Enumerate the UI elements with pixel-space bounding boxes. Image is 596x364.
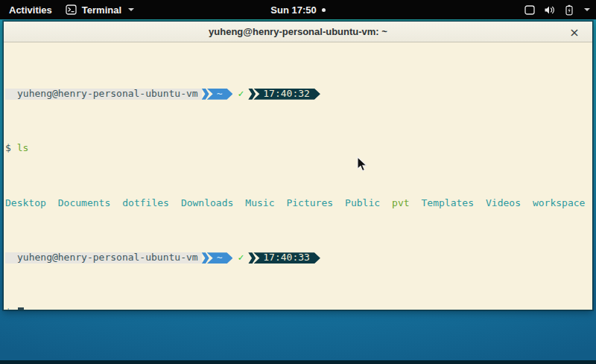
dir-item: Desktop bbox=[5, 198, 46, 209]
prompt-dollar: $ bbox=[5, 307, 11, 310]
clock-label[interactable]: Sun 17:50 bbox=[270, 4, 316, 16]
dir-item: Music bbox=[245, 198, 274, 209]
prompt-path-badge: ~ bbox=[207, 252, 233, 264]
dir-item: Templates bbox=[422, 198, 474, 209]
dir-item: Public bbox=[345, 198, 380, 209]
status-ok-icon: ✓ bbox=[232, 89, 248, 100]
text-cursor bbox=[18, 307, 24, 310]
ls-output-line: DesktopDocumentsdotfilesDownloadsMusicPi… bbox=[5, 198, 592, 209]
input-line[interactable]: $ bbox=[5, 307, 592, 310]
desktop-background: yuheng@henry-personal-ubuntu-vm: ~ × yuh… bbox=[0, 19, 596, 364]
prompt-line: yuheng@henry-personal-ubuntu-vm ~ ✓ 17:4… bbox=[5, 89, 592, 100]
dir-item: dotfiles bbox=[122, 198, 169, 209]
prompt-line: yuheng@henry-personal-ubuntu-vm ~ ✓ 17:4… bbox=[5, 252, 592, 264]
command-text: ls bbox=[17, 143, 29, 154]
close-icon[interactable]: × bbox=[567, 22, 582, 42]
terminal-content[interactable]: yuheng@henry-personal-ubuntu-vm ~ ✓ 17:4… bbox=[4, 42, 592, 310]
powerline-chevron-icon bbox=[248, 89, 256, 100]
app-menu-terminal[interactable]: Terminal bbox=[66, 4, 134, 16]
prompt-time-badge: 17:40:32 bbox=[253, 89, 320, 100]
command-line: $ ls bbox=[5, 143, 592, 154]
terminal-app-icon bbox=[66, 4, 77, 15]
window-titlebar[interactable]: yuheng@henry-personal-ubuntu-vm: ~ × bbox=[4, 22, 592, 42]
prompt-user-host: yuheng@henry-personal-ubuntu-vm bbox=[5, 252, 202, 264]
chevron-down-icon bbox=[584, 8, 590, 11]
dir-item: Documents bbox=[58, 198, 110, 209]
chevron-down-icon bbox=[128, 8, 134, 11]
terminal-window[interactable]: yuheng@henry-personal-ubuntu-vm: ~ × yuh… bbox=[3, 21, 593, 310]
app-menu-label: Terminal bbox=[82, 4, 121, 16]
dir-item: Videos bbox=[486, 198, 521, 209]
prompt-time-badge: 17:40:33 bbox=[253, 252, 320, 264]
powerline-chevron-icon bbox=[202, 252, 209, 264]
activities-button[interactable]: Activities bbox=[9, 4, 52, 16]
gnome-top-bar: Activities Terminal Sun 17:50 bbox=[0, 0, 596, 19]
volume-icon bbox=[544, 5, 556, 15]
dir-item: workspace bbox=[533, 198, 585, 209]
window-title: yuheng@henry-personal-ubuntu-vm: ~ bbox=[209, 26, 387, 37]
prompt-path-badge: ~ bbox=[207, 89, 233, 100]
desktop-screen: Activities Terminal Sun 17:50 bbox=[0, 0, 596, 364]
file-item: pvt bbox=[392, 198, 409, 209]
status-ok-icon: ✓ bbox=[232, 252, 248, 264]
display-icon bbox=[524, 5, 535, 15]
dir-item: Pictures bbox=[286, 198, 333, 209]
powerline-chevron-icon bbox=[202, 89, 209, 100]
notification-dot bbox=[322, 8, 326, 12]
dir-item: Downloads bbox=[181, 198, 233, 209]
mouse-pointer-icon bbox=[357, 156, 368, 173]
prompt-dollar: $ bbox=[5, 143, 11, 154]
prompt-user-host: yuheng@henry-personal-ubuntu-vm bbox=[5, 89, 202, 100]
powerline-chevron-icon bbox=[248, 252, 256, 264]
battery-charging-icon bbox=[565, 4, 574, 16]
system-status-area[interactable] bbox=[524, 0, 590, 19]
